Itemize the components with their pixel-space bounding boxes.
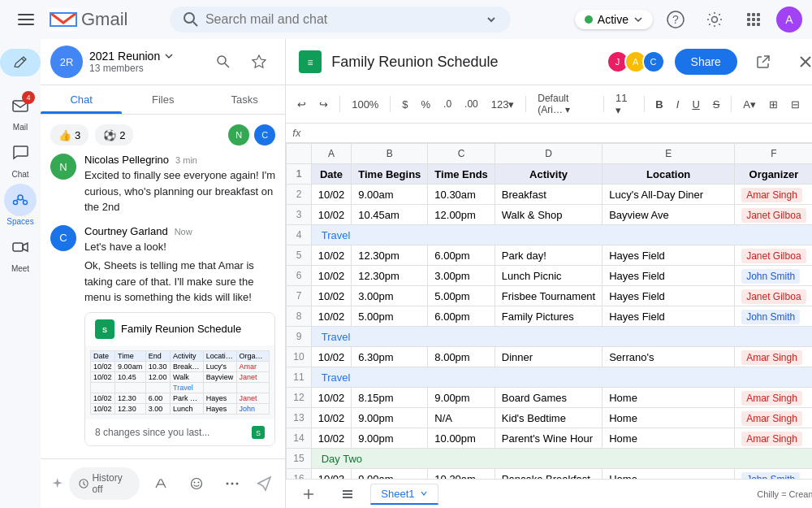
currency-btn[interactable]: $: [397, 95, 412, 114]
add-sheet-btn[interactable]: [292, 478, 325, 509]
svg-rect-10: [752, 13, 755, 16]
pin-btn[interactable]: [243, 46, 275, 78]
header-location[interactable]: Location: [603, 164, 735, 185]
search-members-btn[interactable]: [207, 46, 240, 78]
meet-icon: [11, 238, 29, 256]
svg-line-23: [16, 199, 18, 201]
svg-text:?: ?: [672, 13, 679, 26]
format-btn[interactable]: 123▾: [486, 95, 520, 114]
spreadsheet-area: ≡ Family Reunion Schedule J A C Share ↩: [286, 39, 812, 508]
left-nav: 4 Mail Chat Spaces Meet: [0, 39, 41, 508]
hamburger-menu[interactable]: [10, 3, 42, 36]
reaction-soccer[interactable]: ⚽2: [95, 124, 133, 145]
emoji-btn[interactable]: [180, 467, 213, 500]
header-end[interactable]: Time Ends: [428, 164, 495, 185]
send-btn[interactable]: [253, 471, 276, 497]
sheets-list-btn[interactable]: [331, 478, 364, 509]
fill-color-btn[interactable]: A▾: [738, 95, 761, 114]
col-e[interactable]: E: [603, 144, 735, 164]
search-input[interactable]: [205, 12, 478, 27]
close-sheet-btn[interactable]: [789, 46, 812, 78]
zoom-btn[interactable]: 100%: [347, 95, 383, 114]
compose-btn[interactable]: [0, 49, 41, 76]
col-d[interactable]: D: [495, 144, 602, 164]
msg-time-2: Now: [175, 227, 192, 237]
format-text-btn[interactable]: [145, 467, 177, 500]
active-dropdown-icon: [633, 15, 643, 24]
col-c[interactable]: C: [428, 144, 495, 164]
nav-chat[interactable]: Chat: [4, 137, 37, 179]
space-avatar: 2R: [50, 46, 83, 78]
font-selector[interactable]: Default (Ari… ▾: [533, 89, 597, 119]
reaction-thumbs-up[interactable]: 👍3: [50, 124, 89, 145]
more-toolbar-btn[interactable]: ⋯: [808, 95, 812, 114]
share-button[interactable]: Share: [675, 49, 737, 75]
attachment-card[interactable]: S Family Reunion Schedule DateTimeEndAct…: [84, 312, 275, 446]
nav-mail[interactable]: 4 Mail: [4, 89, 37, 132]
header-begin[interactable]: Time Begins: [352, 164, 428, 185]
nav-meet[interactable]: Meet: [4, 231, 37, 273]
header-date[interactable]: Date: [311, 164, 352, 185]
sheet-bottom: Sheet1 Chilly = Creamery: [286, 479, 812, 508]
svg-rect-17: [757, 23, 760, 26]
svg-rect-48: [343, 490, 352, 492]
header-row: 1 Date Time Begins Time Ends Activity Lo…: [287, 164, 812, 185]
italic-btn[interactable]: I: [672, 95, 685, 114]
header-organizer[interactable]: Organizer: [735, 164, 812, 185]
search-box[interactable]: [170, 7, 511, 33]
more-input-btn[interactable]: [216, 467, 248, 500]
active-status-badge[interactable]: Active: [575, 10, 653, 29]
space-subtitle: 13 members: [89, 63, 201, 74]
tab-files[interactable]: Files: [122, 85, 203, 114]
sheet-tab-1[interactable]: Sheet1: [370, 484, 438, 505]
redo-btn[interactable]: ↪: [314, 95, 333, 114]
font-size-btn[interactable]: 11 ▾: [611, 89, 637, 119]
col-a[interactable]: A: [311, 144, 352, 164]
user-avatar[interactable]: A: [776, 7, 802, 33]
svg-line-5: [193, 22, 197, 26]
svg-point-8: [711, 17, 717, 23]
decimal-dec-btn[interactable]: .0: [438, 95, 456, 113]
attachment-preview: DateTimeEndActivityLocationOrganizer 10/…: [85, 345, 274, 419]
col-f[interactable]: F: [735, 144, 812, 164]
title-dropdown-icon: [163, 50, 175, 62]
svg-point-39: [226, 483, 228, 485]
decimal-inc-btn[interactable]: .00: [460, 95, 483, 113]
settings-btn[interactable]: [698, 3, 731, 36]
formula-input[interactable]: [307, 127, 812, 139]
close-icon: [798, 54, 812, 69]
strikethrough-btn[interactable]: S: [708, 95, 725, 114]
emoji-icon: [190, 477, 203, 490]
chat-header: 2R 2021 Reunion 13 members: [41, 39, 285, 85]
msg-avatar-2: C: [50, 225, 76, 251]
apps-btn[interactable]: [737, 3, 770, 36]
table-row: 3 10/02 10.45am 12.00pm Walk & Shop Bayv…: [287, 205, 812, 225]
col-b[interactable]: B: [352, 144, 428, 164]
percent-btn[interactable]: %: [416, 95, 435, 114]
tab-tasks[interactable]: Tasks: [204, 85, 285, 114]
table-row: 6 10/02 12.30pm 3.00pm Lunch Picnic Haye…: [287, 266, 812, 286]
table-row: 13 10/02 9.00pm N/A Kid's Bedtime Home A…: [287, 408, 812, 428]
nav-spaces[interactable]: Spaces: [4, 184, 37, 226]
formula-symbol: fx: [292, 127, 300, 139]
spaces-label: Spaces: [6, 217, 33, 226]
sheet-tab-dropdown: [420, 489, 428, 497]
avatar-tiny-2: C: [254, 124, 275, 145]
bold-btn[interactable]: B: [650, 95, 667, 114]
help-btn[interactable]: ?: [659, 3, 692, 36]
tab-chat[interactable]: Chat: [41, 85, 122, 114]
clock-icon: [79, 478, 89, 489]
svg-rect-11: [757, 13, 760, 16]
open-external-btn[interactable]: [747, 46, 780, 78]
history-toggle[interactable]: History off: [69, 467, 139, 500]
toolbar-divider-4: [603, 96, 604, 112]
svg-rect-50: [343, 497, 352, 498]
undo-btn[interactable]: ↩: [292, 95, 311, 114]
svg-point-20: [18, 195, 23, 200]
borders-btn[interactable]: ⊞: [764, 95, 783, 114]
underline-btn[interactable]: U: [687, 95, 704, 114]
merge-btn[interactable]: ⊟: [786, 95, 805, 114]
svg-rect-1: [18, 19, 34, 20]
header-activity[interactable]: Activity: [495, 164, 602, 185]
search-dropdown-icon[interactable]: [485, 13, 498, 26]
